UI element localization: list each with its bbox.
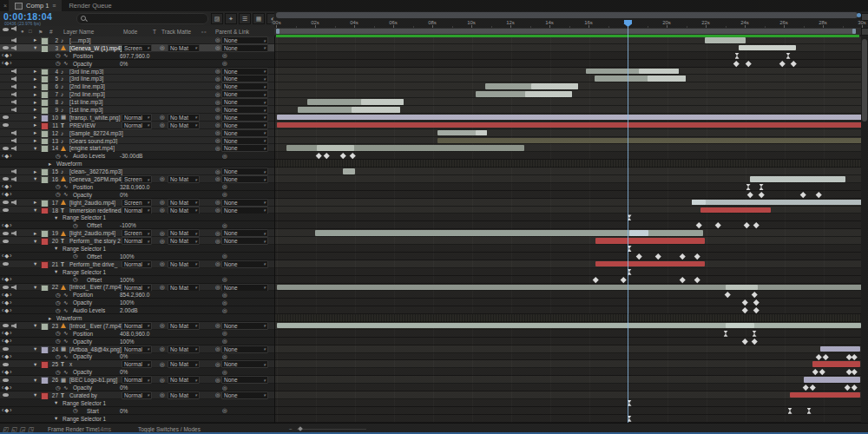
track-matte-column-header[interactable]: Track Matte: [161, 26, 191, 36]
keyframe-diamond-icon[interactable]: [852, 354, 857, 359]
property-name[interactable]: Audio Levels: [73, 306, 105, 314]
layer-row[interactable]: ▾3[Geneva_W (1).mp4]Screen▾◎No Mat▾◎None…: [0, 44, 868, 52]
layer-row[interactable]: ▾22[Introd_ Ever (7.mp4]Normal▾◎No Mat▾◎…: [0, 284, 868, 292]
group-name[interactable]: Range Selector 1: [62, 268, 106, 276]
keyframe-navigator[interactable]: ‹◆›: [2, 306, 12, 314]
keyframe-diamond-icon[interactable]: [746, 61, 751, 66]
parent-link-column-header[interactable]: Parent & Link: [215, 26, 249, 36]
pickwhip-icon[interactable]: ◎: [222, 306, 227, 314]
layer-row[interactable]: ▸13♪[Gears sound.mp3]◎None▾: [0, 137, 868, 145]
timeline-layer-bar[interactable]: [277, 285, 865, 291]
number-column-header[interactable]: #: [49, 26, 53, 36]
parent-dropdown[interactable]: None▾: [221, 237, 268, 245]
track-matte-pickwhip-icon[interactable]: ◎: [160, 44, 165, 52]
parent-pickwhip-icon[interactable]: ◎: [215, 284, 220, 292]
keyframe-diamond-icon[interactable]: [747, 192, 753, 197]
layer-row[interactable]: ▾14[engine start.mp4]◎None▾: [0, 144, 868, 152]
parent-pickwhip-icon[interactable]: ◎: [215, 106, 220, 114]
keyframe-navigator[interactable]: ‹◆›: [2, 338, 12, 345]
property-row[interactable]: ‹◆›◷Offset100%◎: [0, 253, 868, 260]
layer-row[interactable]: ▸4♪[3rd line.mp3]◎None▾: [0, 68, 868, 76]
property-row[interactable]: ‹◆›◷∿Opacity0%◎: [0, 368, 868, 376]
parent-dropdown[interactable]: None▾: [221, 36, 268, 44]
keyframe-diamond-icon[interactable]: [846, 369, 852, 374]
timeline-layer-bar[interactable]: [812, 361, 860, 367]
property-name[interactable]: Opacity: [73, 384, 92, 391]
stopwatch-icon[interactable]: ◷: [56, 183, 61, 191]
pickwhip-icon[interactable]: ◎: [222, 291, 227, 299]
pickwhip-icon[interactable]: ◎: [222, 221, 227, 229]
lock-column-icon[interactable]: □: [29, 26, 32, 36]
layer-row[interactable]: ▸11TPREVIEWNormal▾◎No Mat▾◎None▾: [0, 122, 868, 129]
layer-row[interactable]: ▸19[light_2audio.mp4]Screen▾◎No Mat▾◎Non…: [0, 229, 868, 237]
speaker-icon[interactable]: [11, 84, 16, 89]
speaker-icon[interactable]: [11, 107, 16, 112]
pickwhip-icon[interactable]: ◎: [222, 60, 227, 68]
track-matte-dropdown[interactable]: No Mat▾: [168, 237, 200, 245]
keyframe-diamond-icon[interactable]: [752, 292, 757, 297]
parent-dropdown[interactable]: None▾: [221, 168, 268, 175]
pickwhip-icon[interactable]: ◎: [222, 253, 227, 260]
parent-pickwhip-icon[interactable]: ◎: [215, 122, 220, 129]
keyframe-navigator[interactable]: ‹◆›: [2, 291, 12, 299]
parent-pickwhip-icon[interactable]: ◎: [215, 391, 220, 399]
keyframe-navigator[interactable]: ‹◆›: [2, 221, 12, 229]
property-row[interactable]: ‹◆›◷Offset-100%◎: [0, 221, 868, 229]
keyframe-diamond-icon[interactable]: [753, 222, 759, 227]
timeline-layer-bar[interactable]: [595, 238, 705, 244]
parent-pickwhip-icon[interactable]: ◎: [215, 90, 220, 98]
property-name[interactable]: Opacity: [73, 60, 92, 68]
twirl-icon[interactable]: ▾: [34, 144, 36, 152]
speaker-icon[interactable]: [11, 323, 16, 328]
track-matte-pickwhip-icon[interactable]: ◎: [160, 260, 165, 268]
mode-column-header[interactable]: Mode: [123, 26, 137, 36]
property-value[interactable]: 0%: [120, 368, 128, 376]
track-matte-dropdown[interactable]: No Mat▾: [168, 260, 200, 268]
solo-column-icon[interactable]: ●: [21, 26, 24, 36]
keyframe-diamond-icon[interactable]: [819, 369, 825, 374]
parent-dropdown[interactable]: None▾: [221, 75, 268, 82]
parent-pickwhip-icon[interactable]: ◎: [215, 260, 220, 268]
keyframe-diamond-icon[interactable]: [816, 192, 821, 197]
keyframe-diamond-icon[interactable]: [725, 292, 730, 297]
parent-dropdown[interactable]: None▾: [221, 376, 268, 384]
twirl-icon[interactable]: ▸: [34, 75, 36, 82]
parent-dropdown[interactable]: None▾: [221, 229, 268, 237]
twirl-icon[interactable]: ▾: [55, 214, 57, 221]
video-column-icon[interactable]: [3, 26, 9, 36]
mode-dropdown[interactable]: Screen▾: [122, 229, 152, 237]
property-name[interactable]: Start: [87, 407, 99, 415]
speaker-icon[interactable]: [11, 138, 16, 143]
parent-pickwhip-icon[interactable]: ◎: [215, 376, 220, 384]
parent-pickwhip-icon[interactable]: ◎: [215, 129, 220, 137]
property-row[interactable]: ‹◆›◷∿Position854.2,960.0◎: [0, 291, 868, 299]
group-name[interactable]: Waveform: [56, 314, 82, 322]
property-value[interactable]: 0%: [120, 191, 128, 199]
parent-dropdown[interactable]: None▾: [221, 260, 268, 268]
pickwhip-icon[interactable]: ◎: [222, 384, 227, 391]
eye-icon[interactable]: [3, 363, 9, 366]
mode-dropdown[interactable]: Screen▾: [122, 199, 152, 207]
zoom-slider-track[interactable]: [297, 429, 366, 430]
twirl-icon[interactable]: ▸: [34, 90, 36, 98]
mode-dropdown[interactable]: Normal▾: [122, 122, 152, 129]
track-matte-dropdown[interactable]: No Mat▾: [168, 199, 200, 207]
twirl-icon[interactable]: ▾: [34, 260, 36, 268]
property-name[interactable]: Opacity: [73, 368, 92, 376]
parent-pickwhip-icon[interactable]: ◎: [215, 68, 220, 76]
stopwatch-icon[interactable]: ◷: [56, 52, 61, 60]
pickwhip-icon[interactable]: ◎: [222, 52, 227, 60]
timeline-layer-bar[interactable]: [700, 207, 771, 214]
layer-row[interactable]: ▸2♪[….mp3]◎None▾: [0, 36, 868, 44]
parent-pickwhip-icon[interactable]: ◎: [215, 345, 220, 353]
comp-button-icon[interactable]: [861, 13, 868, 21]
parent-dropdown[interactable]: None▾: [221, 106, 268, 114]
property-row[interactable]: ‹◆›◷∿Audio Levels-30.00dB◎: [0, 152, 868, 160]
mode-dropdown[interactable]: Normal▾: [122, 322, 152, 330]
layer-row[interactable]: ▸8♪[1st line.mp3]◎None▾: [0, 98, 868, 106]
layer-row[interactable]: ▾24▦[Artboa_48@4x.png]Normal▾◎No Mat▾◎No…: [0, 345, 868, 353]
mode-dropdown[interactable]: Normal▾: [122, 360, 152, 368]
property-row[interactable]: ‹◆›◷∿Opacity0%◎: [0, 353, 868, 361]
parent-pickwhip-icon[interactable]: ◎: [215, 360, 220, 368]
keyframe-diamond-icon[interactable]: [742, 299, 747, 305]
